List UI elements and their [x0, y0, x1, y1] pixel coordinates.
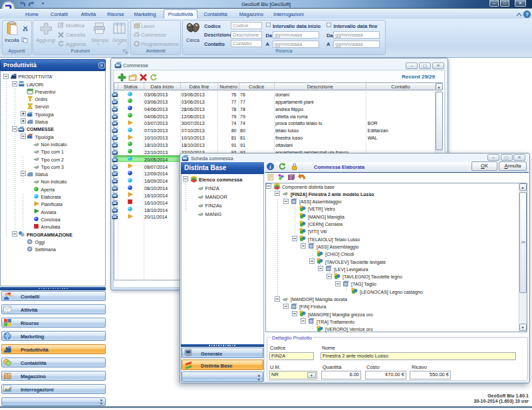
- svg-text:?: ?: [525, 11, 529, 17]
